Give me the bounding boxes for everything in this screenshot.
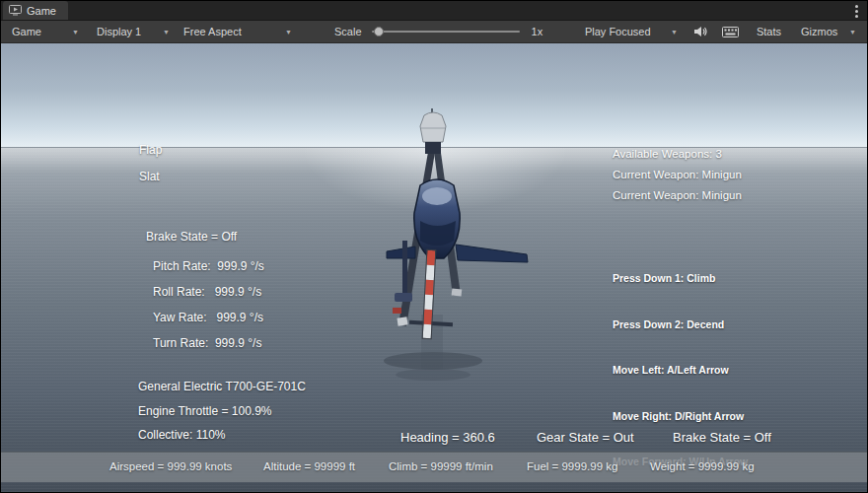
tab-bar: Game	[1, 1, 867, 21]
keyboard-toggle-button[interactable]	[719, 25, 742, 39]
display-label: Display 1	[97, 26, 141, 37]
scale-value: 1x	[532, 26, 543, 37]
game-mode-dropdown[interactable]: Game ▼	[7, 24, 84, 39]
hud-altitude: Altitude = 99999 ft	[263, 460, 355, 472]
hud-current-weapon-1: Current Weapon: Minigun	[613, 169, 742, 180]
hud-control-line: Press Down 1: Climb	[613, 271, 812, 287]
chevron-down-icon: ▼	[163, 29, 170, 35]
scale-slider[interactable]	[372, 24, 520, 39]
aspect-ratio-label: Free Aspect	[183, 26, 242, 37]
fuselage	[414, 179, 460, 258]
mute-audio-button[interactable]	[690, 24, 711, 39]
hud-slat: Slat	[139, 170, 160, 183]
hud-current-weapon-2: Current Weapon: Minigun	[613, 189, 742, 201]
scale-control: Scale 1x	[334, 24, 542, 39]
aspect-ratio-dropdown[interactable]: Free Aspect ▼	[179, 24, 297, 39]
scale-label: Scale	[334, 26, 362, 37]
hud-turn-rate: Turn Rate: 999.9 °/s	[153, 336, 261, 350]
hud-engine-throttle: Engine Throttle = 100.9%	[138, 404, 272, 418]
window-menu-icon[interactable]	[850, 5, 862, 18]
hud-roll-rate: Roll Rate: 999.9 °/s	[153, 285, 261, 299]
tab-game[interactable]: Game	[3, 1, 68, 20]
chevron-down-icon: ▼	[849, 29, 856, 35]
stabilizers	[387, 245, 528, 262]
gizmos-label: Gizmos	[801, 26, 837, 37]
chevron-down-icon: ▼	[285, 29, 292, 35]
hud-gear-state: Gear State = Out	[537, 430, 634, 445]
hud-control-line: Press Down 2: Decend	[613, 317, 812, 333]
game-mode-label: Game	[12, 26, 41, 37]
hud-control-line: Move Right: D/Right Arrow	[613, 409, 812, 425]
hud-airspeed: Airspeed = 999.99 knots	[109, 460, 232, 472]
hud-control-line: Move Left: A/Left Arrow	[613, 363, 812, 379]
hud-engine-name: General Electric T700-GE-701C	[138, 380, 306, 393]
hud-brake-state: Brake State = Off	[146, 230, 237, 244]
scale-slider-track	[372, 31, 520, 33]
display-dropdown[interactable]: Display 1 ▼	[92, 24, 175, 39]
unity-game-view-window: Game Game ▼ Display 1 ▼ Free Aspect ▼ Sc…	[0, 0, 868, 493]
hud-fuel: Fuel = 9999.99 kg	[527, 460, 617, 472]
chevron-down-icon: ▼	[671, 29, 678, 35]
chevron-down-icon: ▼	[72, 29, 79, 35]
rotor-mast	[420, 108, 446, 154]
hud-yaw-rate: Yaw Rate: 999.9 °/s	[153, 311, 263, 324]
game-view-icon	[9, 5, 22, 16]
hud-pitch-rate: Pitch Rate: 999.9 °/s	[153, 259, 264, 273]
helicopter	[326, 103, 543, 398]
stats-button[interactable]: Stats	[750, 24, 788, 39]
tab-game-label: Game	[27, 5, 56, 17]
hud-available-weapons: Available Weapons: 3	[613, 148, 722, 160]
hud-collective: Collective: 110%	[138, 428, 226, 442]
keyboard-icon	[722, 27, 739, 37]
hud-climb: Climb = 99999 ft/min	[389, 460, 493, 472]
game-view-toolbar: Game ▼ Display 1 ▼ Free Aspect ▼ Scale 1…	[1, 21, 867, 43]
play-focused-label: Play Focused	[585, 26, 651, 37]
speaker-icon	[693, 26, 708, 37]
scale-slider-knob[interactable]	[374, 27, 384, 36]
game-viewport[interactable]: Flap Slat Brake State = Off Pitch Rate: …	[1, 43, 867, 492]
stats-label: Stats	[757, 26, 781, 37]
hud-weight: Weight = 9999.99 kg	[650, 460, 755, 472]
hud-brake-state-bottom: Brake State = Off	[673, 430, 771, 445]
hud-flap: Flap	[139, 143, 162, 157]
gizmos-dropdown[interactable]: Gizmos ▼	[796, 24, 861, 39]
play-focused-dropdown[interactable]: Play Focused ▼	[580, 24, 683, 39]
hud-status-bar: Airspeed = 999.99 knots Altitude = 99999…	[1, 452, 867, 482]
hud-heading: Heading = 360.6	[400, 430, 495, 445]
toolbar-right-group: Play Focused ▼ Stats	[580, 24, 861, 39]
